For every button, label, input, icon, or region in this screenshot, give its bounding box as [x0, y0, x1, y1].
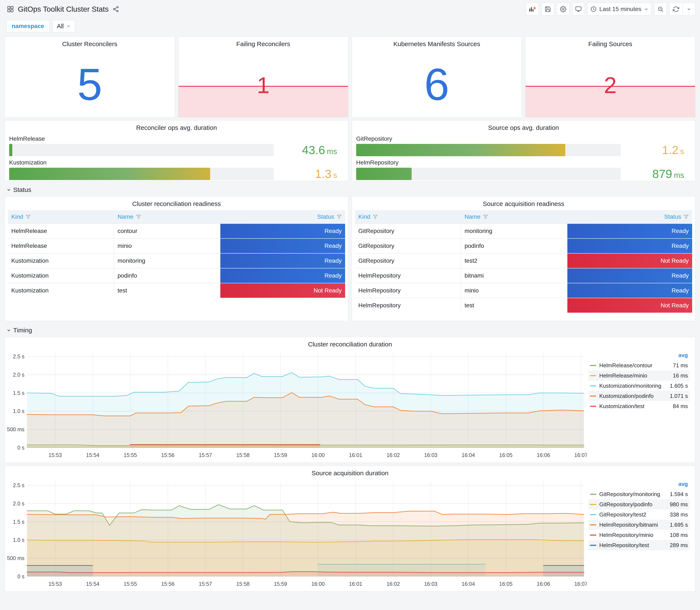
cell-status: Ready — [567, 239, 692, 253]
table-row: HelmRepositorytestNot Ready — [355, 298, 692, 312]
svg-text:2.5 s: 2.5 s — [13, 353, 25, 359]
refresh-interval-dropdown[interactable] — [682, 3, 695, 16]
share-icon[interactable] — [112, 6, 119, 13]
legend-avg-header[interactable]: avg — [588, 480, 689, 489]
legend-item-HelmRelease/contour[interactable]: HelmRelease/contour71 ms — [588, 360, 689, 370]
timeseries-panel: Cluster reconciliation duration15:5315:5… — [5, 337, 695, 463]
table-panel-title[interactable]: Source acquisition readiness — [352, 197, 695, 208]
stat-value: 6 — [352, 37, 522, 117]
stat-value: 5 — [5, 37, 175, 117]
legend-series-name: HelmRepository/test — [599, 542, 656, 549]
legend-series-avg: 108 ms — [656, 532, 688, 539]
stat-panel-title[interactable]: Failing Sources — [525, 37, 695, 48]
time-range-picker[interactable]: Last 15 minutes — [587, 3, 652, 16]
save-dashboard-button[interactable] — [541, 3, 554, 16]
svg-text:15:57: 15:57 — [199, 581, 212, 587]
svg-text:2.5 s: 2.5 s — [13, 482, 25, 488]
chevron-down-icon — [6, 328, 11, 333]
cell-name: test — [461, 298, 567, 312]
legend-item-HelmRepository/test[interactable]: HelmRepository/test289 ms — [588, 540, 689, 550]
legend-item-GitRepository/test2[interactable]: GitRepository/test2338 ms — [588, 510, 689, 520]
dashboard-grid-icon[interactable] — [7, 5, 14, 13]
legend-series-name: HelmRepository/minio — [599, 532, 656, 539]
gauge-value: 1.2s — [621, 144, 691, 156]
column-header-kind[interactable]: Kind — [355, 210, 461, 223]
filter-icon[interactable] — [337, 214, 342, 219]
svg-text:16:01: 16:01 — [349, 581, 362, 587]
chart-panel-title[interactable]: Source acquisition duration — [5, 466, 695, 477]
gauge-track — [356, 168, 621, 180]
svg-text:16:07: 16:07 — [574, 452, 587, 458]
gauge-panel-title[interactable]: Source ops avg. duration — [352, 121, 695, 131]
gear-icon — [560, 6, 566, 12]
svg-text:0 s: 0 s — [17, 574, 25, 579]
legend-item-GitRepository/podinfo[interactable]: GitRepository/podinfo980 ms — [588, 499, 689, 510]
cell-kind: GitRepository — [355, 254, 461, 268]
legend-series-name: HelmRelease/contour — [599, 362, 656, 369]
stat-panel-title[interactable]: Failing Reconcilers — [179, 37, 348, 48]
timing-charts-area: Cluster reconciliation duration15:5315:5… — [5, 337, 695, 592]
zoom-out-icon — [657, 6, 664, 12]
column-header-kind[interactable]: Kind — [8, 210, 114, 223]
cell-status: Ready — [221, 239, 345, 253]
column-header-name[interactable]: Name — [461, 210, 567, 223]
gauge-panel-title[interactable]: Reconciler ops avg. duration — [5, 121, 348, 131]
table-row: KustomizationpodinfoReady — [8, 268, 345, 283]
table-panel: Source acquisition readinessKindNameStat… — [352, 196, 695, 321]
chart-legend: avgGitRepository/monitoring1.594 sGitRep… — [587, 477, 694, 589]
gauge-panels-row: Reconciler ops avg. durationHelmRelease4… — [5, 120, 695, 181]
column-header-name[interactable]: Name — [114, 210, 221, 223]
legend-item-Kustomization/monitoring[interactable]: Kustomization/monitoring1.605 s — [588, 381, 689, 391]
cell-status: Ready — [567, 224, 692, 238]
filter-icon[interactable] — [684, 214, 689, 219]
cycle-view-mode-button[interactable] — [572, 3, 585, 16]
dashboard-toolbar: Last 15 minutes — [526, 2, 695, 16]
status-badge: Not Ready — [567, 298, 692, 312]
cell-status: Ready — [221, 269, 345, 283]
legend-item-Kustomization/podinfo[interactable]: Kustomization/podinfo1.071 s — [588, 391, 689, 401]
table-row: KustomizationtestNot Ready — [8, 283, 345, 298]
legend-series-name: GitRepository/podinfo — [599, 501, 656, 508]
cell-name: test2 — [461, 254, 567, 268]
variable-namespace-dropdown[interactable]: All — [52, 20, 75, 32]
section-timing[interactable]: Timing — [6, 327, 695, 334]
table-row: GitRepositorymonitoringReady — [355, 223, 692, 238]
add-panel-button[interactable] — [526, 3, 539, 16]
dashboard-header: GitOps Toolkit Cluster Stats — [5, 0, 695, 17]
legend-item-HelmRelease/minio[interactable]: HelmRelease/minio16 ms — [588, 370, 689, 381]
chart-panel-title[interactable]: Cluster reconciliation duration — [5, 337, 695, 348]
legend-item-Kustomization/test[interactable]: Kustomization/test84 ms — [588, 401, 689, 411]
filter-icon[interactable] — [373, 214, 378, 219]
refresh-button[interactable] — [670, 3, 682, 16]
filter-icon[interactable] — [26, 214, 31, 219]
legend-series-avg: 84 ms — [656, 403, 688, 410]
gauge-panel: Source ops avg. durationGitRepository1.2… — [352, 120, 695, 181]
svg-text:500 ms: 500 ms — [7, 555, 25, 561]
svg-text:16:04: 16:04 — [461, 452, 475, 458]
svg-text:16:06: 16:06 — [537, 581, 550, 587]
legend-item-HelmRepository/bitnami[interactable]: HelmRepository/bitnami1.695 s — [588, 520, 689, 530]
svg-text:16:00: 16:00 — [311, 581, 325, 587]
dashboard-settings-button[interactable] — [557, 3, 570, 16]
legend-item-GitRepository/monitoring[interactable]: GitRepository/monitoring1.594 s — [588, 489, 689, 499]
column-header-status[interactable]: Status — [221, 210, 345, 223]
refresh-button-group — [669, 2, 695, 16]
legend-avg-header[interactable]: avg — [588, 351, 689, 360]
column-header-status[interactable]: Status — [567, 210, 692, 223]
filter-icon[interactable] — [136, 214, 141, 219]
legend-series-name: HelmRelease/minio — [599, 372, 656, 379]
section-status-label: Status — [13, 186, 31, 193]
table-panel-title[interactable]: Cluster reconciliation readiness — [5, 197, 348, 208]
legend-series-color — [590, 406, 596, 407]
legend-item-HelmRepository/minio[interactable]: HelmRepository/minio108 ms — [588, 530, 689, 540]
gauge-row-Kustomization: Kustomization1.3s — [9, 159, 344, 180]
legend-series-color — [590, 375, 596, 376]
gauge-bar — [9, 168, 210, 180]
legend-series-color — [590, 514, 596, 515]
zoom-out-button[interactable] — [654, 3, 667, 16]
svg-text:0 s: 0 s — [17, 445, 25, 451]
filter-icon[interactable] — [483, 214, 488, 219]
cell-name: podinfo — [114, 269, 221, 283]
time-range-label: Last 15 minutes — [599, 6, 641, 13]
section-status[interactable]: Status — [6, 186, 695, 193]
